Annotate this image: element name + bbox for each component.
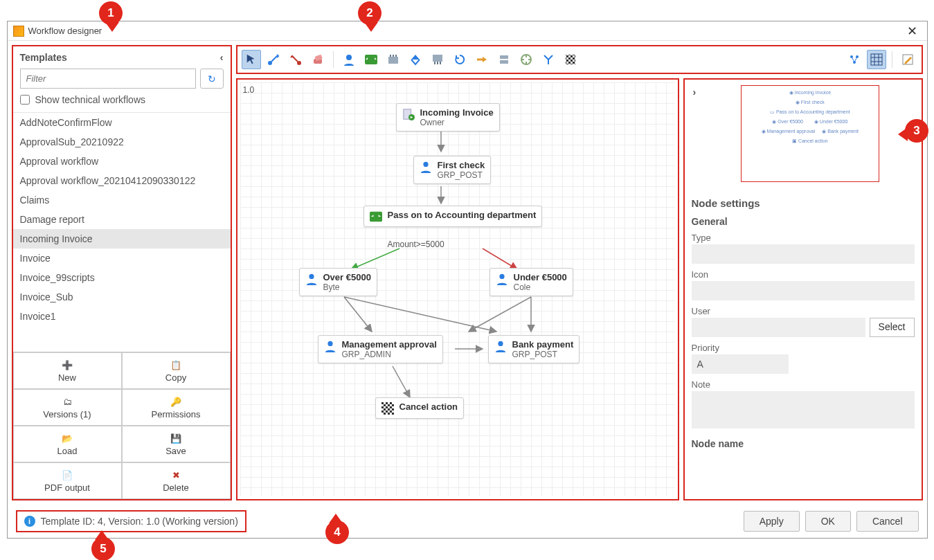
refresh-button[interactable]: ↻	[200, 69, 224, 89]
panel-collapse-icon[interactable]: ›	[690, 85, 699, 182]
svg-rect-8	[500, 55, 508, 59]
titlebar: Workflow designer ✕	[8, 21, 927, 41]
templates-header[interactable]: Templates ‹	[13, 46, 231, 69]
list-item[interactable]: Approval workflow	[13, 152, 231, 171]
svg-line-28	[393, 366, 410, 397]
icon-field[interactable]	[692, 281, 915, 300]
svg-point-35	[327, 341, 332, 346]
callout-pin-3: 3	[905, 119, 931, 152]
split-node-tool[interactable]	[428, 50, 447, 69]
type-label: Type	[692, 233, 915, 243]
select-tool[interactable]	[242, 50, 261, 69]
list-item[interactable]: Invoice_99scripts	[13, 268, 231, 287]
ok-button[interactable]: OK	[805, 511, 851, 532]
node-pass-accounting[interactable]: Pass on to Accounting department	[363, 206, 543, 227]
list-item[interactable]: ApprovalSub_20210922	[13, 132, 231, 152]
condition-label: Amount>=5000	[382, 236, 450, 253]
templates-panel: Templates ‹ ↻ Show technical workflows A…	[12, 45, 232, 500]
node-start[interactable]: Incoming InvoiceOwner	[396, 103, 500, 132]
svg-line-22	[483, 249, 517, 269]
callout-pin-5: 5	[89, 527, 115, 539]
callout-pin-4: 4	[323, 511, 349, 539]
priority-field[interactable]: A	[692, 354, 789, 374]
apply-button[interactable]: Apply	[744, 511, 800, 532]
svg-point-4	[346, 55, 352, 60]
distribute-node-tool[interactable]	[406, 50, 425, 69]
list-item[interactable]: Incoming Invoice	[13, 229, 231, 249]
info-icon: i	[24, 516, 35, 527]
list-item[interactable]: Approval workflow_20210412090330122	[13, 171, 231, 190]
user-field[interactable]	[692, 318, 865, 337]
list-item[interactable]: Invoice_Sub	[13, 287, 231, 307]
svg-rect-7	[433, 55, 442, 62]
delete-button[interactable]: ✖Delete	[122, 462, 231, 499]
status-bar: i Template ID: 4, Version: 1.0 (Working …	[16, 510, 246, 532]
window-title: Workflow designer	[28, 26, 903, 36]
svg-point-36	[498, 341, 503, 346]
copy-button[interactable]: 📋Copy	[122, 352, 231, 389]
status-text: Template ID: 4, Version: 1.0 (Working ve…	[41, 516, 238, 527]
list-item[interactable]: Claims	[13, 190, 231, 210]
node-over-5000[interactable]: Over €5000Byte	[299, 268, 377, 296]
callout-pin-2: 2	[358, 1, 384, 35]
list-item[interactable]: Invoice	[13, 249, 231, 268]
grid-toggle[interactable]	[867, 50, 886, 69]
new-button[interactable]: ➕New	[13, 352, 122, 389]
save-button[interactable]: 💾Save	[122, 426, 231, 462]
node-under-5000[interactable]: Under €5000Cole	[490, 268, 573, 296]
callout-pin-1: 1	[99, 1, 125, 35]
eraser-tool[interactable]	[308, 50, 327, 69]
list-item[interactable]: AddNoteConfirmFlow	[13, 113, 231, 132]
node-first-check[interactable]: First checkGRP_POST	[413, 156, 492, 184]
permissions-button[interactable]: 🔑Permissions	[122, 389, 231, 426]
list-item[interactable]: Damage report	[13, 210, 231, 229]
cycle-node-tool[interactable]	[450, 50, 469, 69]
app-icon	[13, 26, 24, 37]
type-field[interactable]	[692, 244, 915, 264]
select-user-button[interactable]: Select	[870, 318, 915, 337]
svg-rect-17	[871, 54, 882, 65]
collect-node-tool[interactable]	[384, 50, 403, 69]
general-section-label: General	[692, 216, 915, 227]
user-label: User	[692, 306, 915, 316]
workflow-canvas[interactable]: 1.0	[236, 78, 679, 500]
svg-rect-9	[500, 60, 508, 64]
svg-line-24	[344, 297, 496, 332]
svg-rect-37	[381, 402, 394, 415]
close-icon[interactable]: ✕	[903, 24, 922, 39]
svg-point-31	[423, 162, 428, 167]
edit-properties-button[interactable]	[898, 50, 917, 69]
minimap-thumbnail[interactable]: ◉ Incoming Invoice ◉ First check ▭ Pass …	[741, 85, 879, 182]
show-technical-label: Show technical workflows	[35, 94, 146, 105]
svg-point-34	[499, 274, 504, 279]
svg-line-26	[469, 297, 531, 332]
person-node-tool[interactable]	[339, 50, 359, 69]
list-item[interactable]: Invoice1	[13, 307, 231, 326]
end-node-tool[interactable]	[561, 50, 580, 69]
successor-tool[interactable]	[264, 50, 283, 69]
show-technical-checkbox[interactable]	[20, 95, 30, 105]
node-cancel-action[interactable]: Cancel action	[375, 397, 465, 419]
priority-label: Priority	[692, 343, 915, 353]
flow-node-tool[interactable]	[472, 50, 492, 69]
footer: i Template ID: 4, Version: 1.0 (Working …	[8, 505, 927, 538]
branch-node-tool[interactable]	[539, 50, 558, 69]
node-management-approval[interactable]: Management approvalGRP_ADMIN	[318, 335, 443, 363]
note-field[interactable]	[692, 391, 915, 428]
canvas-version-label: 1.0	[243, 85, 255, 95]
plugin-node-tool[interactable]	[517, 50, 536, 69]
versions-button[interactable]: 🗂Versions (1)	[13, 389, 122, 426]
node-bank-payment[interactable]: Bank paymentGRP_POST	[488, 335, 580, 363]
predecessor-tool[interactable]	[286, 50, 305, 69]
minimap-toggle[interactable]	[845, 50, 864, 69]
collapse-icon[interactable]: ‹	[220, 52, 224, 63]
workflow-designer-window: Workflow designer ✕ Templates ‹ ↻ Show t…	[7, 21, 928, 539]
filter-input[interactable]	[20, 69, 196, 89]
note-label: Note	[692, 379, 915, 390]
server-node-tool[interactable]	[494, 50, 514, 69]
load-button[interactable]: 📂Load	[13, 426, 122, 462]
template-list[interactable]: AddNoteConfirmFlow ApprovalSub_20210922 …	[13, 112, 231, 352]
cancel-button[interactable]: Cancel	[856, 511, 919, 532]
pdf-output-button[interactable]: 📄PDF output	[13, 462, 122, 499]
decision-node-tool[interactable]	[361, 50, 381, 69]
